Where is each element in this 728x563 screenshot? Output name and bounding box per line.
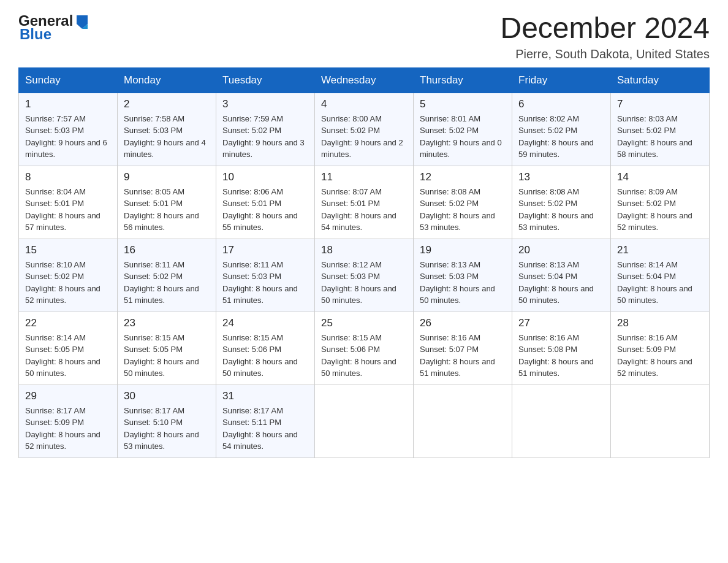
calendar-cell: 30 Sunrise: 8:17 AM Sunset: 5:10 PM Dayl… xyxy=(118,385,216,458)
day-info: Sunrise: 8:16 AM Sunset: 5:07 PM Dayligh… xyxy=(420,332,506,380)
calendar-cell: 18 Sunrise: 8:12 AM Sunset: 5:03 PM Dayl… xyxy=(315,239,414,312)
logo: General Blue xyxy=(18,12,91,43)
day-number: 5 xyxy=(420,98,506,110)
day-number: 28 xyxy=(617,317,703,329)
title-block: December 2024 Pierre, South Dakota, Unit… xyxy=(500,12,710,61)
calendar-cell xyxy=(512,385,611,458)
day-number: 15 xyxy=(25,244,111,256)
weekday-header-friday: Friday xyxy=(512,67,611,93)
day-number: 17 xyxy=(222,244,308,256)
day-number: 31 xyxy=(222,390,308,402)
logo-icon xyxy=(74,13,90,29)
day-number: 30 xyxy=(124,390,210,402)
day-info: Sunrise: 8:16 AM Sunset: 5:08 PM Dayligh… xyxy=(518,332,604,380)
location-title: Pierre, South Dakota, United States xyxy=(500,47,710,61)
day-number: 25 xyxy=(321,317,407,329)
day-number: 10 xyxy=(222,171,308,183)
calendar-week-4: 22 Sunrise: 8:14 AM Sunset: 5:05 PM Dayl… xyxy=(19,312,710,385)
calendar-cell: 19 Sunrise: 8:13 AM Sunset: 5:03 PM Dayl… xyxy=(414,239,512,312)
calendar-cell: 17 Sunrise: 8:11 AM Sunset: 5:03 PM Dayl… xyxy=(216,239,315,312)
weekday-header-thursday: Thursday xyxy=(414,67,512,93)
day-number: 26 xyxy=(420,317,506,329)
calendar-cell: 10 Sunrise: 8:06 AM Sunset: 5:01 PM Dayl… xyxy=(216,166,315,239)
day-number: 20 xyxy=(518,244,604,256)
day-number: 8 xyxy=(25,171,111,183)
day-number: 16 xyxy=(124,244,210,256)
calendar-cell: 12 Sunrise: 8:08 AM Sunset: 5:02 PM Dayl… xyxy=(414,166,512,239)
day-info: Sunrise: 8:16 AM Sunset: 5:09 PM Dayligh… xyxy=(617,332,703,380)
day-number: 27 xyxy=(518,317,604,329)
calendar-cell: 22 Sunrise: 8:14 AM Sunset: 5:05 PM Dayl… xyxy=(19,312,118,385)
day-number: 4 xyxy=(321,98,407,110)
day-info: Sunrise: 8:15 AM Sunset: 5:06 PM Dayligh… xyxy=(222,332,308,380)
day-number: 3 xyxy=(222,98,308,110)
calendar-cell: 5 Sunrise: 8:01 AM Sunset: 5:02 PM Dayli… xyxy=(414,93,512,166)
calendar-cell: 29 Sunrise: 8:17 AM Sunset: 5:09 PM Dayl… xyxy=(19,385,118,458)
day-info: Sunrise: 8:12 AM Sunset: 5:03 PM Dayligh… xyxy=(321,259,407,307)
calendar-week-5: 29 Sunrise: 8:17 AM Sunset: 5:09 PM Dayl… xyxy=(19,385,710,458)
calendar-cell xyxy=(315,385,414,458)
calendar-cell: 6 Sunrise: 8:02 AM Sunset: 5:02 PM Dayli… xyxy=(512,93,611,166)
day-info: Sunrise: 8:08 AM Sunset: 5:02 PM Dayligh… xyxy=(420,186,506,234)
calendar-cell: 3 Sunrise: 7:59 AM Sunset: 5:02 PM Dayli… xyxy=(216,93,315,166)
calendar-cell: 21 Sunrise: 8:14 AM Sunset: 5:04 PM Dayl… xyxy=(611,239,710,312)
day-number: 24 xyxy=(222,317,308,329)
day-info: Sunrise: 8:02 AM Sunset: 5:02 PM Dayligh… xyxy=(518,113,604,161)
day-info: Sunrise: 8:17 AM Sunset: 5:09 PM Dayligh… xyxy=(25,405,111,453)
calendar-cell: 9 Sunrise: 8:05 AM Sunset: 5:01 PM Dayli… xyxy=(118,166,216,239)
calendar-week-1: 1 Sunrise: 7:57 AM Sunset: 5:03 PM Dayli… xyxy=(19,93,710,166)
day-number: 21 xyxy=(617,244,703,256)
weekday-header-saturday: Saturday xyxy=(611,67,710,93)
day-info: Sunrise: 8:13 AM Sunset: 5:04 PM Dayligh… xyxy=(518,259,604,307)
day-number: 18 xyxy=(321,244,407,256)
day-info: Sunrise: 8:15 AM Sunset: 5:05 PM Dayligh… xyxy=(124,332,210,380)
day-number: 11 xyxy=(321,171,407,183)
day-info: Sunrise: 8:10 AM Sunset: 5:02 PM Dayligh… xyxy=(25,259,111,307)
day-number: 12 xyxy=(420,171,506,183)
calendar-cell: 27 Sunrise: 8:16 AM Sunset: 5:08 PM Dayl… xyxy=(512,312,611,385)
day-info: Sunrise: 8:03 AM Sunset: 5:02 PM Dayligh… xyxy=(617,113,703,161)
calendar-cell: 4 Sunrise: 8:00 AM Sunset: 5:02 PM Dayli… xyxy=(315,93,414,166)
day-info: Sunrise: 8:14 AM Sunset: 5:04 PM Dayligh… xyxy=(617,259,703,307)
day-info: Sunrise: 8:15 AM Sunset: 5:06 PM Dayligh… xyxy=(321,332,407,380)
calendar-week-2: 8 Sunrise: 8:04 AM Sunset: 5:01 PM Dayli… xyxy=(19,166,710,239)
day-info: Sunrise: 8:13 AM Sunset: 5:03 PM Dayligh… xyxy=(420,259,506,307)
day-info: Sunrise: 8:14 AM Sunset: 5:05 PM Dayligh… xyxy=(25,332,111,380)
calendar-cell xyxy=(611,385,710,458)
weekday-header-sunday: Sunday xyxy=(19,67,118,93)
calendar-cell: 14 Sunrise: 8:09 AM Sunset: 5:02 PM Dayl… xyxy=(611,166,710,239)
calendar-cell: 1 Sunrise: 7:57 AM Sunset: 5:03 PM Dayli… xyxy=(19,93,118,166)
calendar-cell: 8 Sunrise: 8:04 AM Sunset: 5:01 PM Dayli… xyxy=(19,166,118,239)
day-info: Sunrise: 8:04 AM Sunset: 5:01 PM Dayligh… xyxy=(25,186,111,234)
day-number: 9 xyxy=(124,171,210,183)
calendar-cell: 25 Sunrise: 8:15 AM Sunset: 5:06 PM Dayl… xyxy=(315,312,414,385)
day-number: 29 xyxy=(25,390,111,402)
day-info: Sunrise: 8:08 AM Sunset: 5:02 PM Dayligh… xyxy=(518,186,604,234)
weekday-header-monday: Monday xyxy=(118,67,216,93)
day-info: Sunrise: 8:01 AM Sunset: 5:02 PM Dayligh… xyxy=(420,113,506,161)
calendar-cell: 23 Sunrise: 8:15 AM Sunset: 5:05 PM Dayl… xyxy=(118,312,216,385)
day-info: Sunrise: 8:07 AM Sunset: 5:01 PM Dayligh… xyxy=(321,186,407,234)
calendar-week-3: 15 Sunrise: 8:10 AM Sunset: 5:02 PM Dayl… xyxy=(19,239,710,312)
day-number: 13 xyxy=(518,171,604,183)
weekday-header-tuesday: Tuesday xyxy=(216,67,315,93)
calendar-cell xyxy=(414,385,512,458)
day-info: Sunrise: 8:11 AM Sunset: 5:03 PM Dayligh… xyxy=(222,259,308,307)
day-number: 6 xyxy=(518,98,604,110)
day-info: Sunrise: 7:59 AM Sunset: 5:02 PM Dayligh… xyxy=(222,113,308,161)
day-number: 23 xyxy=(124,317,210,329)
calendar-cell: 11 Sunrise: 8:07 AM Sunset: 5:01 PM Dayl… xyxy=(315,166,414,239)
day-info: Sunrise: 8:17 AM Sunset: 5:11 PM Dayligh… xyxy=(222,405,308,453)
day-info: Sunrise: 8:09 AM Sunset: 5:02 PM Dayligh… xyxy=(617,186,703,234)
calendar-cell: 28 Sunrise: 8:16 AM Sunset: 5:09 PM Dayl… xyxy=(611,312,710,385)
calendar-cell: 2 Sunrise: 7:58 AM Sunset: 5:03 PM Dayli… xyxy=(118,93,216,166)
day-number: 14 xyxy=(617,171,703,183)
day-info: Sunrise: 8:00 AM Sunset: 5:02 PM Dayligh… xyxy=(321,113,407,161)
day-info: Sunrise: 8:11 AM Sunset: 5:02 PM Dayligh… xyxy=(124,259,210,307)
day-number: 2 xyxy=(124,98,210,110)
calendar-cell: 7 Sunrise: 8:03 AM Sunset: 5:02 PM Dayli… xyxy=(611,93,710,166)
weekday-header-row: SundayMondayTuesdayWednesdayThursdayFrid… xyxy=(19,67,710,93)
calendar-table: SundayMondayTuesdayWednesdayThursdayFrid… xyxy=(18,67,710,458)
month-title: December 2024 xyxy=(500,12,710,45)
calendar-cell: 13 Sunrise: 8:08 AM Sunset: 5:02 PM Dayl… xyxy=(512,166,611,239)
